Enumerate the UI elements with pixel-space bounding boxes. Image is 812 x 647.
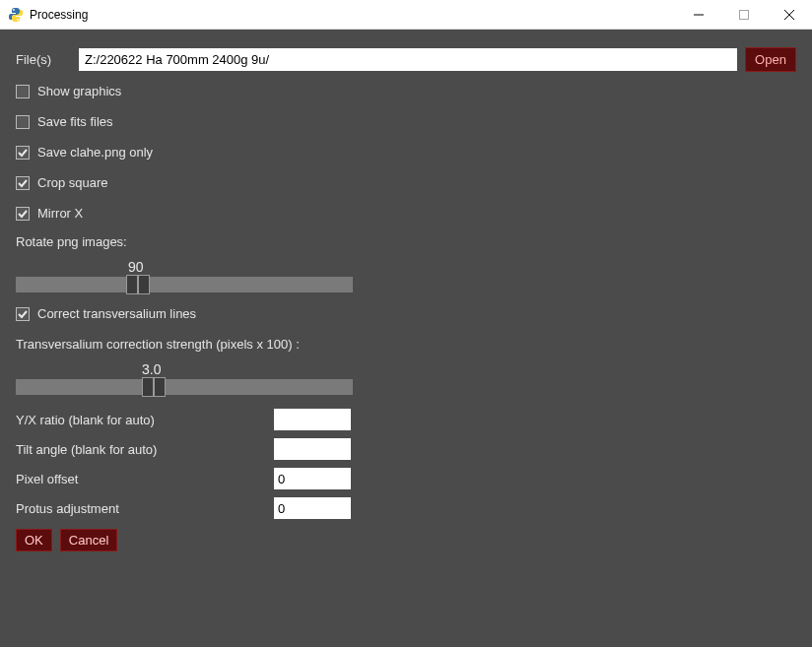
mirror-x-checkbox[interactable]: [16, 207, 30, 221]
save-fits-checkbox[interactable]: [16, 115, 30, 129]
correct-transversalium-label: Correct transversalium lines: [37, 306, 196, 321]
pixel-offset-input[interactable]: [274, 468, 351, 489]
mirror-x-label: Mirror X: [37, 206, 83, 221]
window: Processing File(s) Open Show graphics: [0, 0, 812, 647]
protus-input[interactable]: [274, 497, 351, 519]
window-title: Processing: [30, 8, 88, 22]
files-label: File(s): [16, 52, 79, 67]
close-button[interactable]: [767, 0, 812, 30]
cancel-button[interactable]: Cancel: [60, 529, 117, 551]
rotate-slider[interactable]: [16, 277, 353, 292]
rotate-label: Rotate png images:: [16, 234, 796, 249]
show-graphics-checkbox[interactable]: [16, 85, 30, 98]
show-graphics-label: Show graphics: [37, 84, 121, 98]
trans-strength-value: 3.0: [16, 361, 796, 379]
yx-ratio-label: Y/X ratio (blank for auto): [16, 413, 274, 427]
trans-strength-slider-thumb[interactable]: [142, 377, 166, 397]
open-button[interactable]: Open: [745, 47, 796, 72]
titlebar: Processing: [0, 0, 812, 30]
app-icon: [8, 7, 24, 23]
yx-ratio-input[interactable]: [274, 409, 351, 430]
tilt-label: Tilt angle (blank for auto): [16, 442, 274, 457]
ok-button[interactable]: OK: [16, 529, 52, 551]
dialog-content: File(s) Open Show graphics Save fits fil…: [0, 30, 812, 647]
files-input[interactable]: [79, 48, 737, 71]
minimize-button[interactable]: [676, 0, 721, 30]
save-clahe-label: Save clahe.png only: [37, 145, 153, 160]
crop-square-checkbox[interactable]: [16, 176, 30, 190]
trans-strength-label: Transversalium correction strength (pixe…: [16, 337, 796, 352]
svg-point-0: [13, 9, 15, 11]
maximize-button[interactable]: [721, 0, 767, 30]
save-fits-label: Save fits files: [37, 114, 113, 129]
pixel-offset-label: Pixel offset: [16, 472, 274, 486]
trans-strength-slider[interactable]: [16, 379, 353, 395]
tilt-input[interactable]: [274, 438, 351, 460]
protus-label: Protus adjustment: [16, 501, 274, 516]
save-clahe-checkbox[interactable]: [16, 146, 30, 160]
correct-transversalium-checkbox[interactable]: [16, 307, 30, 321]
crop-square-label: Crop square: [37, 175, 108, 190]
rotate-slider-thumb[interactable]: [126, 275, 150, 294]
svg-point-1: [17, 19, 19, 21]
svg-rect-2: [740, 10, 749, 19]
